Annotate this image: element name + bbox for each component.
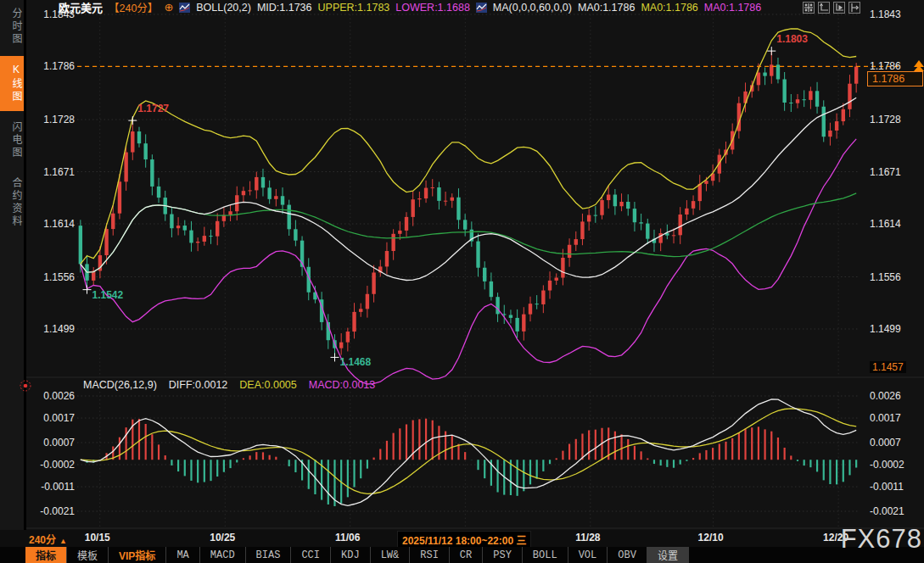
macd-axis-label-right: 0.0026 xyxy=(870,390,922,402)
macd-axis-label-right: -0.0002 xyxy=(870,459,922,471)
macd-title: MACD(26,12,9) xyxy=(83,379,157,391)
extreme-price-label: 1.1803 xyxy=(776,33,808,45)
date-label-10/15: 10/15 xyxy=(59,532,136,543)
price-axis-label-left: 1.1728 xyxy=(36,114,75,125)
macd-axis-label-left: 0.0017 xyxy=(36,412,75,424)
price-axis-min-label: 1.1457 xyxy=(870,361,906,373)
toolbar-tab-KDJ[interactable]: KDJ xyxy=(331,547,371,563)
price-chart-canvas[interactable] xyxy=(3,0,924,530)
current-price-box: 1.1786 xyxy=(867,71,923,86)
trading-app: 分时图K线图闪电图合约资料 欧元美元 【240分】 ⊕ BOLL(20,2) M… xyxy=(0,0,924,563)
price-axis-label-left: 1.1556 xyxy=(36,271,75,283)
toolbar-tab-CR[interactable]: CR xyxy=(450,547,483,563)
price-axis-label-right: 1.1671 xyxy=(870,166,922,178)
toolbar-tab-LW&[interactable]: LW& xyxy=(371,547,411,563)
toolbar-tab-CCI[interactable]: CCI xyxy=(291,547,331,563)
macd-axis-label-right: 0.0007 xyxy=(870,437,922,449)
price-axis-label-left: 1.1786 xyxy=(36,60,75,72)
macd-dea-value: DEA:0.0005 xyxy=(239,379,296,391)
price-axis-label-left: 1.1671 xyxy=(36,166,75,178)
extreme-price-label: 1.1468 xyxy=(339,356,371,368)
macd-axis-label-right: 0.0017 xyxy=(870,412,922,424)
toolbar-tab-模板[interactable]: 模板 xyxy=(67,547,109,563)
toolbar-tab-VIP指标[interactable]: VIP指标 xyxy=(109,547,166,563)
toolbar-tab-BIAS[interactable]: BIAS xyxy=(246,547,292,563)
macd-layer xyxy=(81,399,856,506)
macd-axis-label-left: 0.0007 xyxy=(36,437,75,449)
x-axis-scale-icon[interactable] xyxy=(833,2,845,14)
macd-diff-value: DIFF:0.0012 xyxy=(169,379,227,391)
toolbar-tab-MA[interactable]: MA xyxy=(166,547,199,563)
crosshair-tool-icon[interactable] xyxy=(803,2,815,14)
candles-layer xyxy=(79,51,859,357)
price-axis-label-right: 1.1843 xyxy=(870,8,922,20)
macd-axis-label-left: -0.0002 xyxy=(36,459,75,471)
boll-upper-value: UPPER:1.1783 xyxy=(318,2,390,14)
compare-icon[interactable]: ⊕ xyxy=(164,3,173,12)
price-axis-label-left: 1.1614 xyxy=(36,218,75,230)
ma0-value-1: MA0:1.1786 xyxy=(578,2,635,14)
toolbar-tab-PSY[interactable]: PSY xyxy=(483,547,523,563)
period-label: 【240分】 xyxy=(109,0,158,15)
watermark: FX678 xyxy=(841,524,922,555)
ma-indicator-icon xyxy=(476,3,487,13)
boll-mid-value: MID:1.1736 xyxy=(257,2,312,14)
y-axis-scale-icon[interactable] xyxy=(818,2,830,14)
indicator-toolbar: 指标模板VIP指标MAMACDBIASCCIKDJLW&RSICRPSYBOLL… xyxy=(0,547,924,563)
date-label-11/06: 11/06 xyxy=(310,532,386,543)
macd-axis-label-left: 0.0026 xyxy=(36,390,75,402)
grid-layer xyxy=(26,14,924,528)
chart-tools xyxy=(803,2,860,14)
ma0-value-2: MA0:1.1786 xyxy=(641,2,697,14)
macd-macd-value: MACD:0.0013 xyxy=(309,379,376,391)
chart-header: 欧元美元 【240分】 ⊕ BOLL(20,2) MID:1.1736 UPPE… xyxy=(59,1,761,14)
time-axis-row: 240分▲ 2025/11/12 18:00~22:00 三 10/1510/2… xyxy=(0,530,924,547)
price-axis-label-right: 1.1499 xyxy=(870,323,922,335)
toolbar-tab-BOLL[interactable]: BOLL xyxy=(523,547,568,563)
ma-label: MA(0,0,0,60,0,0) xyxy=(493,2,572,14)
ma-lines-layer xyxy=(81,29,856,384)
period-selector-label: 240分 xyxy=(29,534,56,546)
alert-dot-icon xyxy=(19,379,32,393)
boll-lower-value: LOWER:1.1688 xyxy=(395,2,470,14)
macd-axis-label-left: -0.0011 xyxy=(36,481,75,493)
extreme-price-label: 1.1727 xyxy=(137,103,169,114)
toolbar-tab-VOL[interactable]: VOL xyxy=(568,547,608,563)
toolbar-tab-指标[interactable]: 指标 xyxy=(25,547,67,563)
symbol-name: 欧元美元 xyxy=(59,0,103,15)
current-price-value: 1.1786 xyxy=(872,73,904,85)
price-axis-label-right: 1.1728 xyxy=(870,114,922,125)
boll-indicator-icon xyxy=(179,3,190,13)
toolbar-tab-RSI[interactable]: RSI xyxy=(410,547,450,563)
price-axis-label-left: 1.1499 xyxy=(36,323,75,335)
marker-layer xyxy=(83,47,776,361)
price-axis-label-right: 1.1614 xyxy=(870,218,922,230)
toolbar-tab-设置[interactable]: 设置 xyxy=(647,547,689,563)
ma0-value-3: MA0:1.1786 xyxy=(704,2,761,14)
date-label-11/28: 11/28 xyxy=(550,532,626,543)
boll-label: BOLL(20,2) xyxy=(196,2,251,14)
toolbar-tab-MACD[interactable]: MACD xyxy=(200,547,246,563)
macd-header: MACD(26,12,9) DIFF:0.0012 DEA:0.0005 MAC… xyxy=(83,379,375,391)
macd-axis-label-right: -0.0011 xyxy=(870,481,922,493)
date-label-10/25: 10/25 xyxy=(184,532,260,543)
pan-right-icon[interactable] xyxy=(848,2,860,14)
price-axis-label-right: 1.1556 xyxy=(870,271,922,283)
macd-axis-label-left: -0.0021 xyxy=(36,505,75,517)
macd-axis-label-right: -0.0021 xyxy=(870,505,922,517)
toolbar-tab-OBV[interactable]: OBV xyxy=(608,547,647,563)
highlighted-date-label: 2025/11/12 18:00~22:00 三 xyxy=(397,531,531,549)
extreme-price-label: 1.1542 xyxy=(92,289,124,301)
chart-area[interactable]: 欧元美元 【240分】 ⊕ BOLL(20,2) MID:1.1736 UPPE… xyxy=(24,0,924,530)
date-label-12/10: 12/10 xyxy=(673,532,749,543)
